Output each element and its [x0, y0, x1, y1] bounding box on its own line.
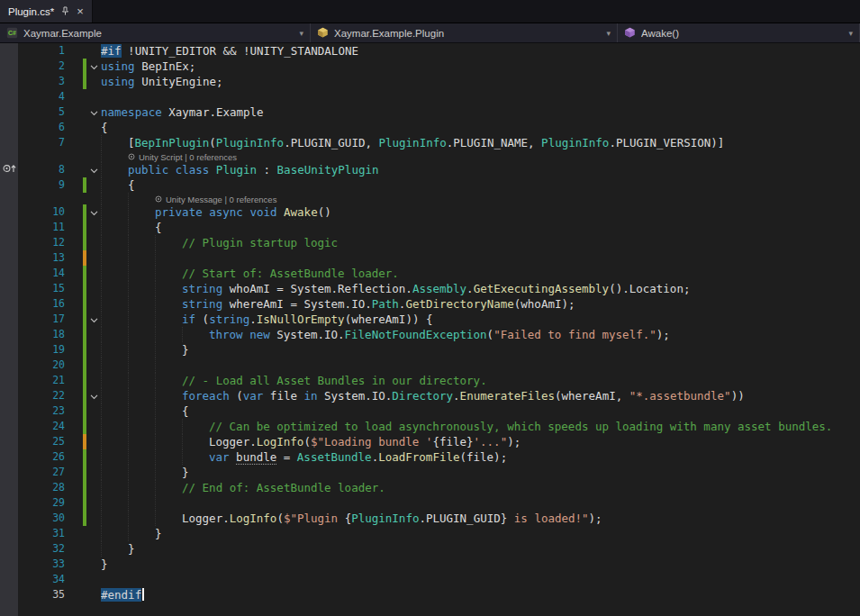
line-number[interactable]: 23: [18, 403, 68, 419]
fold-margin[interactable]: [86, 120, 101, 135]
code-line[interactable]: 18throw new System.IO.FileNotFoundExcept…: [0, 327, 860, 342]
fold-margin[interactable]: [86, 281, 101, 296]
line-number[interactable]: 35: [18, 587, 68, 602]
line-number[interactable]: 29: [18, 495, 68, 511]
line-number[interactable]: 28: [18, 480, 68, 495]
glyph-margin[interactable]: [0, 480, 18, 495]
code-line[interactable]: 1#if !UNITY_EDITOR && !UNITY_STANDALONE: [0, 43, 860, 59]
fold-margin[interactable]: [86, 541, 101, 557]
line-number[interactable]: 10: [18, 204, 68, 220]
code-line[interactable]: 8public class Plugin : BaseUnityPlugin: [0, 162, 860, 177]
fold-margin[interactable]: [86, 449, 101, 465]
code-line[interactable]: 4: [0, 89, 860, 104]
glyph-margin[interactable]: [0, 59, 18, 74]
glyph-margin[interactable]: [0, 388, 18, 403]
code-line[interactable]: 35#endif: [0, 587, 860, 602]
code-line[interactable]: 19}: [0, 342, 860, 358]
glyph-margin[interactable]: [0, 587, 18, 602]
glyph-margin[interactable]: [0, 266, 18, 281]
fold-margin[interactable]: [86, 358, 101, 373]
line-number[interactable]: 30: [18, 511, 68, 526]
fold-margin[interactable]: [86, 373, 101, 388]
line-number[interactable]: 22: [18, 388, 68, 403]
fold-margin[interactable]: [86, 557, 101, 572]
code-line[interactable]: 16string whereAmI = System.IO.Path.GetDi…: [0, 296, 860, 312]
glyph-margin[interactable]: [0, 434, 18, 449]
code-line[interactable]: 10private async void Awake(): [0, 204, 860, 220]
line-number[interactable]: 13: [18, 250, 68, 266]
fold-margin[interactable]: [86, 43, 101, 59]
code-line[interactable]: 17if (string.IsNullOrEmpty(whereAmI)) {: [0, 312, 860, 327]
codelens-label[interactable]: Unity Script | 0 references: [128, 151, 237, 163]
fold-margin[interactable]: [86, 177, 101, 193]
glyph-margin[interactable]: [0, 373, 18, 388]
fold-margin[interactable]: [86, 511, 101, 526]
glyph-margin[interactable]: [0, 235, 18, 250]
fold-margin[interactable]: [86, 59, 101, 74]
code-line[interactable]: 9{: [0, 177, 860, 193]
glyph-margin[interactable]: [0, 220, 18, 235]
line-number[interactable]: 12: [18, 235, 68, 250]
fold-margin[interactable]: [86, 388, 101, 403]
codelens-label[interactable]: Unity Message | 0 references: [155, 194, 276, 205]
fold-margin[interactable]: [86, 193, 101, 204]
codelens-row[interactable]: Unity Script | 0 references: [0, 150, 860, 162]
glyph-margin[interactable]: [0, 465, 18, 480]
line-number[interactable]: 27: [18, 465, 68, 480]
line-number[interactable]: 3: [18, 74, 68, 89]
code-line[interactable]: 13: [0, 250, 860, 266]
glyph-margin[interactable]: [0, 89, 18, 104]
glyph-margin[interactable]: [0, 150, 18, 162]
line-number[interactable]: 5: [18, 104, 68, 120]
code-line[interactable]: 32}: [0, 541, 860, 557]
fold-chevron-icon[interactable]: [90, 312, 98, 327]
line-number[interactable]: 32: [18, 541, 68, 557]
glyph-margin[interactable]: [0, 495, 18, 511]
glyph-margin[interactable]: [0, 193, 18, 204]
glyph-margin[interactable]: [0, 557, 18, 572]
fold-chevron-icon[interactable]: [90, 104, 98, 120]
line-number[interactable]: 17: [18, 312, 68, 327]
fold-margin[interactable]: [86, 250, 101, 266]
line-number[interactable]: [18, 150, 68, 162]
pin-icon[interactable]: [60, 6, 70, 16]
code-editor[interactable]: 1#if !UNITY_EDITOR && !UNITY_STANDALONE2…: [0, 43, 860, 616]
line-number[interactable]: 6: [18, 120, 68, 135]
fold-margin[interactable]: [86, 104, 101, 120]
tab-plugin-cs[interactable]: Plugin.cs* ×: [0, 0, 93, 23]
line-number[interactable]: 20: [18, 358, 68, 373]
line-number[interactable]: 2: [18, 59, 68, 74]
line-number[interactable]: 18: [18, 327, 68, 342]
fold-margin[interactable]: [86, 526, 101, 541]
fold-margin[interactable]: [86, 235, 101, 250]
line-number[interactable]: 9: [18, 177, 68, 193]
codelens-row[interactable]: Unity Message | 0 references: [0, 193, 860, 204]
code-line[interactable]: 27}: [0, 465, 860, 480]
glyph-margin[interactable]: [0, 572, 18, 587]
type-dropdown[interactable]: Xaymar.Example.Plugin ▾: [311, 23, 618, 42]
fold-margin[interactable]: [86, 587, 101, 602]
line-number[interactable]: 26: [18, 449, 68, 465]
glyph-margin[interactable]: [0, 120, 18, 135]
line-number[interactable]: 25: [18, 434, 68, 449]
glyph-margin[interactable]: [0, 511, 18, 526]
glyph-margin[interactable]: [0, 177, 18, 193]
glyph-margin[interactable]: [0, 162, 18, 177]
close-icon[interactable]: ×: [77, 5, 84, 17]
line-number[interactable]: 14: [18, 266, 68, 281]
fold-chevron-icon[interactable]: [90, 388, 98, 403]
code-line[interactable]: 5namespace Xaymar.Example: [0, 104, 860, 120]
line-number[interactable]: 31: [18, 526, 68, 541]
fold-margin[interactable]: [86, 220, 101, 235]
code-line[interactable]: 25Logger.LogInfo($"Loading bundle '{file…: [0, 434, 860, 449]
line-number[interactable]: 34: [18, 572, 68, 587]
code-line[interactable]: 14// Start of: AssetBundle loader.: [0, 266, 860, 281]
glyph-margin[interactable]: [0, 204, 18, 220]
glyph-margin[interactable]: [0, 449, 18, 465]
glyph-margin[interactable]: [0, 403, 18, 419]
code-line[interactable]: 24// Can be optimized to load asynchrono…: [0, 419, 860, 434]
fold-margin[interactable]: [86, 419, 101, 434]
code-line[interactable]: 31}: [0, 526, 860, 541]
line-number[interactable]: 15: [18, 281, 68, 296]
code-line[interactable]: 15string whoAmI = System.Reflection.Asse…: [0, 281, 860, 296]
